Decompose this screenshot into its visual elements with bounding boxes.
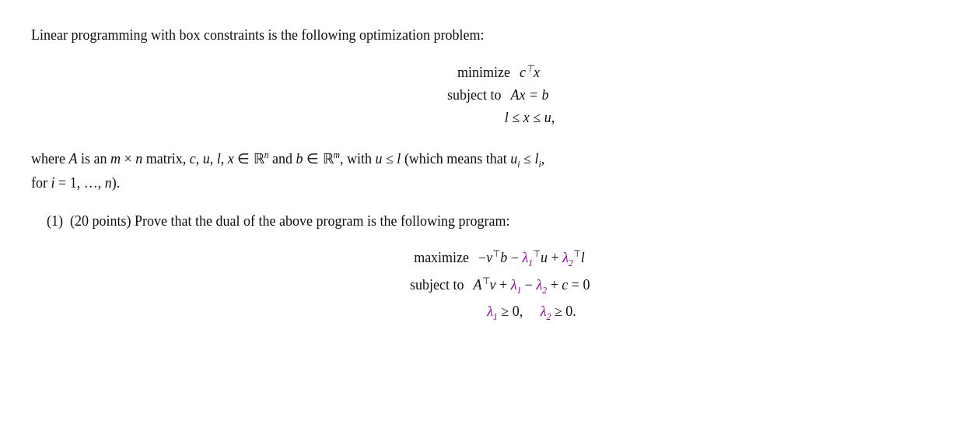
- minimize-expr: c⊤x: [520, 63, 540, 81]
- dual-optimization-block: maximize −ν⊤b − λ1⊤u + λ2⊤l subject to A…: [31, 244, 949, 326]
- dual-constraint2-row: λ1 ≥ 0, λ2 ≥ 0.: [404, 303, 576, 322]
- description-text: where A is an m × n matrix, c, u, l, x ∈…: [31, 148, 949, 195]
- dual-subject-to-label: subject to: [390, 277, 464, 293]
- primal-optimization-block: minimize c⊤x subject to Ax = b l ≤ x ≤ u…: [31, 60, 949, 129]
- constraint2-expr: l ≤ x ≤ u,: [505, 110, 555, 126]
- minimize-row: minimize c⊤x: [440, 63, 540, 81]
- problem1-label: (1): [47, 213, 70, 229]
- constraint2-row: l ≤ x ≤ u,: [425, 110, 555, 126]
- subject-to-label: subject to: [431, 87, 501, 103]
- subject-to-row: subject to Ax = b: [431, 87, 548, 103]
- dual-constraint2-expr: λ1 ≥ 0, λ2 ≥ 0.: [487, 303, 576, 322]
- intro-text: Linear programming with box constraints …: [31, 25, 949, 46]
- constraint1-expr: Ax = b: [510, 87, 548, 103]
- dual-constraint1-expr: A⊤ν + λ1 − λ2 + c = 0: [474, 275, 590, 296]
- minimize-label: minimize: [440, 65, 510, 81]
- problem1-text: Prove that the dual of the above program…: [135, 213, 509, 229]
- maximize-label: maximize: [395, 250, 469, 266]
- problem1-statement: (1) (20 points) Prove that the dual of t…: [31, 211, 949, 232]
- dual-subject-to-row: subject to A⊤ν + λ1 − λ2 + c = 0: [390, 275, 590, 296]
- maximize-expr: −ν⊤b − λ1⊤u + λ2⊤l: [478, 248, 585, 268]
- problem1-points: (20 points): [70, 213, 131, 229]
- maximize-row: maximize −ν⊤b − λ1⊤u + λ2⊤l: [395, 248, 585, 268]
